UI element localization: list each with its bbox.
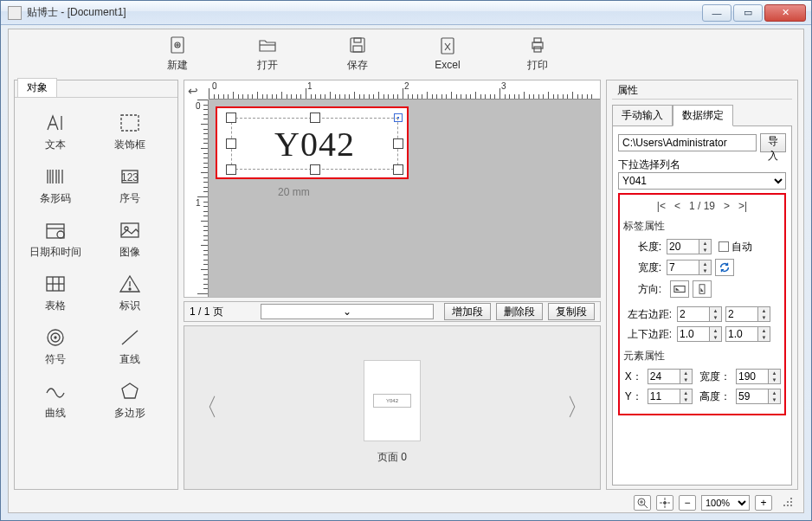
svg-point-24 — [125, 227, 128, 230]
auto-checkbox[interactable] — [719, 241, 729, 252]
highlight-box: |< < 1 / 19 > >| 标签属性 长度: ▲▼ 自动 — [618, 193, 786, 415]
main-toolbar: 新建 打开 保存 Excel — [9, 29, 803, 76]
pager-last[interactable]: >| — [738, 200, 747, 212]
line-icon — [117, 326, 143, 349]
resize-handle-se[interactable] — [393, 164, 403, 175]
open-folder-icon — [256, 34, 279, 56]
zoom-select[interactable]: 100% — [701, 495, 750, 511]
save-button[interactable]: 保存 — [334, 34, 381, 73]
minimize-button[interactable]: — — [702, 4, 731, 22]
right-margin-spinner[interactable]: ▲▼ — [725, 306, 770, 322]
svg-marker-35 — [122, 383, 138, 398]
zoom-out-button[interactable]: − — [679, 495, 696, 511]
resize-handle-e[interactable] — [393, 138, 403, 149]
resize-handle-nw[interactable] — [226, 113, 236, 123]
close-button[interactable]: ✕ — [764, 4, 806, 22]
object-text[interactable]: 文本 — [18, 105, 93, 158]
table-icon — [42, 273, 68, 295]
resize-handle-sw[interactable] — [226, 164, 236, 175]
text-content: Y042 — [232, 119, 397, 170]
tab-data-binding[interactable]: 数据绑定 — [673, 105, 733, 126]
segment-dropdown[interactable]: ⌄ — [261, 304, 434, 319]
resize-handle-s[interactable] — [310, 164, 320, 175]
resize-grip[interactable] — [783, 497, 795, 509]
work-area: 对象 文本 装饰框 — [14, 80, 798, 490]
column-select[interactable]: Y041 — [618, 172, 786, 190]
svg-rect-7 — [441, 38, 454, 54]
object-panel: 对象 文本 装饰框 — [14, 80, 178, 490]
left-margin-spinner[interactable]: ▲▼ — [677, 306, 722, 322]
svg-line-34 — [122, 331, 138, 344]
bottom-margin-spinner[interactable]: ▲▼ — [725, 326, 770, 342]
object-symbol[interactable]: 符号 — [18, 319, 93, 373]
input-mode-tabs: 手动输入 数据绑定 — [612, 105, 792, 126]
page-thumbnail[interactable]: Y042 — [364, 360, 421, 441]
preview-prev[interactable]: 〈 — [184, 391, 228, 424]
object-tab[interactable]: 对象 — [17, 78, 57, 97]
app-window: 贴博士 - [Document1] — ▭ ✕ 新建 打开 — [0, 0, 812, 521]
elem-width-spinner[interactable]: ▲▼ — [736, 369, 781, 384]
excel-button[interactable]: Excel — [424, 35, 471, 71]
maximize-button[interactable]: ▭ — [733, 4, 763, 22]
elem-props-title: 元素属性 — [623, 349, 781, 363]
label-page[interactable]: Y042 — [216, 106, 409, 179]
new-file-icon — [166, 34, 189, 56]
object-barcode[interactable]: 条形码 — [18, 158, 93, 212]
resize-handle-w[interactable] — [226, 138, 236, 149]
page-bar: 1 / 1 页 ⌄ 增加段 删除段 复制段 — [184, 301, 601, 322]
svg-rect-10 — [534, 47, 541, 52]
orient-portrait[interactable] — [693, 280, 712, 298]
rotate-handle[interactable] — [394, 113, 403, 122]
length-spinner[interactable]: ▲▼ — [667, 239, 712, 254]
file-path-input[interactable] — [618, 134, 757, 151]
app-frame: 新建 打开 保存 Excel — [8, 29, 804, 513]
object-symbol-warning[interactable]: 标识 — [93, 266, 167, 319]
object-number[interactable]: 123 序号 — [93, 158, 167, 212]
properties-body: 导入 下拉选择列名 Y041 |< < 1 / 19 > >| — [612, 125, 792, 486]
ruler-vertical: 0 1 — [195, 100, 209, 297]
zoom-center-icon[interactable] — [656, 495, 673, 511]
new-button[interactable]: 新建 — [154, 34, 201, 73]
dimension-label: 20 mm — [278, 186, 310, 198]
pager-first[interactable]: |< — [657, 200, 666, 212]
add-segment-button[interactable]: 增加段 — [444, 303, 491, 320]
tab-manual-input[interactable]: 手动输入 — [612, 105, 673, 126]
elem-height-spinner[interactable]: ▲▼ — [736, 389, 781, 404]
text-element[interactable]: Y042 — [231, 118, 398, 170]
object-table[interactable]: 表格 — [18, 266, 93, 319]
import-button[interactable]: 导入 — [760, 133, 786, 152]
orient-landscape[interactable] — [670, 280, 689, 298]
pager-next[interactable]: > — [724, 200, 730, 212]
copy-segment-button[interactable]: 复制段 — [548, 303, 595, 320]
top-margin-spinner[interactable]: ▲▼ — [677, 326, 722, 342]
svg-rect-9 — [534, 38, 541, 42]
object-polygon[interactable]: 多边形 — [93, 373, 167, 427]
open-button[interactable]: 打开 — [244, 34, 291, 73]
back-arrow-icon[interactable]: ↩ — [188, 84, 203, 96]
object-frame[interactable]: 装饰框 — [93, 105, 167, 158]
object-line[interactable]: 直线 — [93, 319, 167, 373]
object-image[interactable]: 图像 — [93, 212, 167, 266]
object-datetime[interactable]: 日期和时间 — [18, 212, 93, 266]
canvas-area[interactable]: ↩ 0 1 2 3 0 1 — [184, 80, 601, 298]
pager-prev[interactable]: < — [674, 200, 680, 212]
x-spinner[interactable]: ▲▼ — [648, 369, 693, 384]
center-panel: ↩ 0 1 2 3 0 1 — [184, 80, 601, 490]
resize-handle-n[interactable] — [310, 113, 320, 123]
y-spinner[interactable]: ▲▼ — [648, 389, 693, 404]
calendar-icon — [42, 219, 68, 241]
object-curve[interactable]: 曲线 — [18, 373, 93, 427]
save-icon — [346, 34, 369, 56]
number-icon: 123 — [117, 165, 143, 188]
zoom-fit-icon[interactable] — [634, 495, 651, 511]
zoom-in-button[interactable]: + — [755, 495, 772, 511]
delete-segment-button[interactable]: 删除段 — [496, 303, 543, 320]
preview-next[interactable]: 〉 — [557, 391, 600, 424]
refresh-button[interactable] — [715, 259, 734, 276]
window-title: 贴博士 - [Document1] — [27, 5, 700, 20]
print-button[interactable]: 打印 — [514, 34, 561, 73]
width-spinner[interactable]: ▲▼ — [667, 260, 712, 275]
window-controls: — ▭ ✕ — [700, 4, 806, 22]
thumbnail-label: 页面 0 — [377, 450, 407, 465]
canvas-bg: Y042 20 mm — [209, 100, 600, 297]
